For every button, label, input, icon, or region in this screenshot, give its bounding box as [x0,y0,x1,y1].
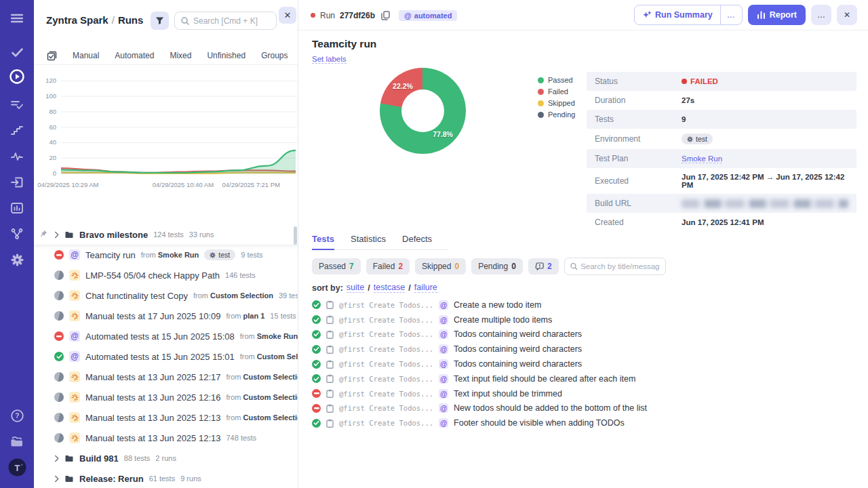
runs-search-input[interactable] [193,16,270,26]
tab-tests[interactable]: Tests [312,234,334,250]
run-row[interactable]: Manual tests at 13 Jun 2025 12:13from Cu… [34,407,298,428]
automated-icon: @ [439,418,448,428]
run-summary-button[interactable]: Run Summary [635,5,720,24]
run-row[interactable]: @Automated tests at 15 Jun 2025 15:01fro… [34,346,298,367]
run-row[interactable]: LMP-554 05/04 check Happy Path146 tests [34,265,298,285]
test-row[interactable]: @first Create Todos...@Todos containing … [312,357,647,371]
folder-row[interactable]: Bravo milestone124 tests33 runs [34,224,298,245]
folder-tests-count: 88 tests [124,454,151,462]
report-button[interactable]: Report [748,5,806,25]
menu-icon[interactable] [0,8,34,28]
copy-run-id-button[interactable] [381,11,390,20]
legend-failed[interactable]: Failed [538,87,575,96]
sidebar-item-runs[interactable] [0,66,34,87]
automated-icon: @ [439,403,448,413]
chip-passed[interactable]: Passed7 [312,258,361,274]
run-row[interactable]: Manual tests at 13 Jun 2025 12:16from Cu… [34,387,298,407]
sidebar-item-imports[interactable] [0,172,34,192]
sort-by-testcase[interactable]: testcase [374,283,406,293]
chevron-right-icon[interactable] [54,455,59,462]
folder-row[interactable]: Release: Rerun61 tests9 runs [34,468,298,488]
test-row[interactable]: @first Create Todos...@Todos containing … [312,327,647,342]
sidebar-item-help[interactable]: ? [0,405,34,426]
close-run-button[interactable]: ✕ [837,5,857,25]
status-passed-icon [312,345,321,354]
legend-passed[interactable]: Passed [538,76,575,84]
test-row[interactable]: @first Create Todos...@New todos should … [312,401,647,416]
sidebar-item-milestones[interactable] [0,121,34,141]
run-row[interactable]: @Teamcity runfrom Smoke Runtest9 tests [34,245,298,265]
more-actions-button[interactable]: … [811,5,831,25]
donut-slice-label: 22.2% [387,82,418,90]
tab-groups[interactable]: Groups [261,51,288,60]
scrollbar-thumb[interactable] [294,226,297,245]
test-suite: @first Create Todos... [339,419,433,427]
tab-statistics[interactable]: Statistics [351,234,386,249]
tests-search[interactable] [564,258,666,275]
test-suite: @first Create Todos... [339,330,433,338]
legend-dot [538,77,544,83]
run-row[interactable]: Manual tests at 13 Jun 2025 12:17from Cu… [34,367,298,387]
legend-dot [538,112,544,118]
run-row[interactable]: Manual tests at 13 Jun 2025 12:13748 tes… [34,428,298,448]
sidebar-item-pulse[interactable] [0,146,34,167]
testcase-icon [326,374,334,383]
run-row[interactable]: @Automated tests at 15 Jun 2025 15:08fro… [34,326,298,346]
run-from: from Smoke Run [240,332,298,340]
runs-panel: Zyntra Spark/Runs ✕ ManualAutomatedMixed… [34,0,298,488]
sidebar-item-branches[interactable] [0,224,34,244]
test-row[interactable]: @first Create Todos...@Todos containing … [312,342,647,357]
run-row[interactable]: Manual tests at 17 Jun 2025 10:09from pl… [34,306,298,326]
test-plan-link[interactable]: Smoke Run [682,155,722,163]
status-passed-icon [312,360,321,369]
sidebar-item-projects[interactable] [0,431,34,451]
tab-defects[interactable]: Defects [402,234,432,249]
run-detail-panel: Run 277df26b @ automated Run Summary … R… [298,0,868,488]
app-logo[interactable]: T [0,457,34,477]
breadcrumb-project[interactable]: Zyntra Spark [46,14,108,26]
chevron-right-icon[interactable] [54,231,59,239]
select-all-icon[interactable] [47,51,57,61]
chip-pending[interactable]: Pending0 [471,258,523,274]
sidebar-item-settings[interactable] [0,249,34,270]
run-summary-more-button[interactable]: … [720,5,742,24]
run-title: Manual tests at 17 Jun 2025 10:09 [85,311,220,321]
tab-manual[interactable]: Manual [73,51,99,60]
run-row[interactable]: Chat functinality test Copyfrom Custom S… [34,285,298,306]
panel-close-button[interactable]: ✕ [279,7,296,24]
legend-label: Passed [548,76,573,84]
folder-row[interactable]: Build 98188 tests2 runs [34,448,298,468]
tab-unfinished[interactable]: Unfinished [207,51,245,60]
test-row[interactable]: @first Create Todos...@Create a new todo… [312,298,647,312]
chevron-right-icon[interactable] [54,475,59,483]
test-title: New todos should be added to the bottom … [454,403,647,413]
tab-automated[interactable]: Automated [115,51,154,60]
folder-title: Build 981 [79,453,119,464]
automated-icon: @ [439,344,448,354]
run-title: Teamcity run [85,250,136,260]
test-row[interactable]: @first Create Todos...@Create multiple t… [312,312,647,327]
legend-skipped[interactable]: Skipped [538,99,575,107]
runs-search[interactable] [174,12,277,30]
filter-button[interactable] [151,12,169,30]
check-icon [313,317,319,323]
set-labels-link[interactable]: Set labels [312,55,347,64]
legend-pending[interactable]: Pending [538,110,575,119]
chip-comments[interactable]: 2 [528,258,559,274]
detail-label: Status [595,77,682,86]
sort-by-failure[interactable]: failure [414,283,437,293]
tests-search-input[interactable] [580,262,659,270]
test-row[interactable]: @first Create Todos...@Footer should be … [312,415,647,430]
sidebar-item-analytics[interactable] [0,198,34,218]
test-row[interactable]: @first Create Todos...@Text input should… [312,386,647,401]
breadcrumb-page[interactable]: Runs [118,14,144,26]
ellipsis-icon: … [817,10,825,20]
tab-mixed[interactable]: Mixed [170,51,191,60]
chip-failed[interactable]: Failed2 [366,258,410,274]
test-row[interactable]: @first Create Todos...@Text input field … [312,371,647,386]
sort-by-suite[interactable]: suite [347,283,364,293]
chip-skipped[interactable]: Skipped0 [415,258,466,274]
run-title: Automated tests at 15 Jun 2025 15:08 [85,331,235,342]
sidebar-item-checks[interactable] [0,42,34,62]
sidebar-item-test-plans[interactable] [0,95,34,115]
